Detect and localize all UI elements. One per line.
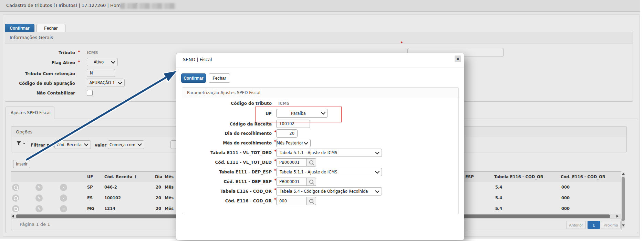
cell-cod-e116: 000 bbox=[561, 185, 570, 190]
view-row-button[interactable] bbox=[12, 184, 19, 191]
col-tabela-e116: Tabela E116 - COD_OR bbox=[494, 174, 543, 179]
modal-confirm-button[interactable]: Confirmar bbox=[181, 73, 206, 83]
scroll-up-icon[interactable] bbox=[622, 173, 625, 175]
delete-row-button[interactable]: × bbox=[60, 205, 67, 212]
tabela-e111-dep-label: Tabela E111 - DEP_ESP bbox=[193, 170, 272, 174]
app-root: Cadastro de tributos (TTributos) | 17.12… bbox=[0, 0, 644, 241]
chevron-down-icon bbox=[111, 59, 115, 64]
cell-mes: Mês bbox=[165, 195, 174, 200]
modal-close-button[interactable]: Fechar bbox=[209, 73, 230, 83]
delete-row-button[interactable]: × bbox=[60, 194, 67, 202]
flag-ativo-select[interactable]: Ativo bbox=[87, 58, 118, 66]
view-row-button[interactable] bbox=[12, 205, 19, 212]
cod-e116-label: Cód. E116 - COD_OR bbox=[193, 199, 272, 203]
tabela-e111-vl-label: Tabela E111 - VL_TOT_DED bbox=[193, 150, 272, 155]
edit-icon: ✎ bbox=[38, 185, 41, 190]
right-margin bbox=[640, 0, 644, 241]
current-page-button[interactable]: 1 bbox=[588, 221, 600, 229]
col-cod-e116: Cód. E116 - COD_OR bbox=[561, 174, 605, 179]
dia-recolhimento-label: Dia do recolhimento bbox=[193, 131, 272, 136]
view-row-button[interactable] bbox=[12, 194, 19, 202]
dia-recolhimento-input[interactable] bbox=[276, 129, 298, 138]
delete-icon: × bbox=[62, 185, 64, 190]
filter-icon[interactable] bbox=[17, 141, 22, 146]
insert-button[interactable]: Inserir bbox=[13, 160, 30, 168]
scroll-right-icon[interactable] bbox=[616, 215, 619, 218]
filter-caret-icon bbox=[23, 143, 25, 145]
modal-title: SEND | Fiscal bbox=[183, 57, 212, 62]
codigo-receita-label: Código da Receita bbox=[193, 122, 272, 127]
nao-contabilizar-label: Não Contabilizar bbox=[0, 91, 75, 96]
cod-e111-dep-label: Cód. E111 - DEP_ESP bbox=[193, 179, 272, 184]
cod-e116-input[interactable] bbox=[276, 197, 307, 205]
lookup-button[interactable] bbox=[307, 158, 316, 167]
delete-icon: × bbox=[62, 207, 64, 211]
tab-ajustes-sped-fiscal[interactable]: Ajustes SPED Fiscal bbox=[6, 107, 54, 119]
next-page-button[interactable]: Próxima bbox=[601, 221, 621, 229]
vertical-scrollbar-thumb[interactable] bbox=[622, 177, 625, 221]
tabela-e111-dep-select[interactable]: Tabela 5.1.1 - Ajuste de ICMS bbox=[276, 168, 382, 176]
chevron-down-icon bbox=[118, 80, 122, 84]
filter-field-select[interactable]: Cód. Receita bbox=[54, 140, 91, 149]
chevron-down-icon bbox=[304, 140, 308, 145]
cell-cod: 100102 bbox=[104, 195, 121, 200]
cell-mes: Mês bbox=[165, 206, 174, 211]
codigo-tributo-label: Código do tributo bbox=[193, 101, 272, 106]
cod-e111-dep-input[interactable] bbox=[276, 178, 307, 186]
codigo-tributo-value: ICMS bbox=[278, 101, 289, 106]
cell-tabela-e116: 5.4 bbox=[495, 206, 502, 211]
delete-row-button[interactable]: × bbox=[60, 184, 67, 191]
mes-recolhimento-select[interactable]: Mês Posterior bbox=[276, 139, 311, 147]
tributo-label: Tributo bbox=[0, 50, 75, 55]
general-info-title: Informações Gerais bbox=[10, 35, 53, 40]
mes-recolhimento-label: Mês do recolhimento bbox=[193, 141, 272, 145]
filtrar-por-label: Filtrar por bbox=[31, 143, 54, 148]
close-icon[interactable]: × bbox=[455, 56, 461, 62]
tabela-e116-select[interactable]: Tabela 5.4 - Códigos de Obrigação Recolh… bbox=[276, 187, 382, 195]
nao-contabilizar-checkbox[interactable] bbox=[87, 90, 93, 96]
cell-mes: Mês bbox=[165, 185, 174, 190]
retencao-input[interactable] bbox=[87, 69, 115, 77]
edit-row-button[interactable]: ✎ bbox=[35, 205, 43, 212]
scroll-left-icon[interactable] bbox=[12, 215, 14, 218]
cell-dia: 20 bbox=[152, 195, 161, 200]
cell-cod: 1214 bbox=[104, 206, 115, 211]
cell-cod-e116: 000 bbox=[561, 206, 570, 211]
chevron-down-icon bbox=[375, 189, 380, 193]
tabela-e111-vl-select[interactable]: Tabela 5.1.1 - Ajuste de ICMS bbox=[276, 149, 382, 157]
send-fiscal-modal: SEND | Fiscal × Confirmar Fechar Paramet… bbox=[176, 53, 464, 240]
page-info: Página 1 de 1 bbox=[20, 222, 50, 227]
filter-operator-select[interactable]: Começa com bbox=[108, 140, 144, 149]
prev-page-button[interactable]: Anterior bbox=[566, 221, 586, 229]
cod-e111-vl-label: Cód. E111 - VL_TOT_DED bbox=[193, 160, 272, 165]
search-icon bbox=[14, 207, 18, 211]
redacted-text bbox=[120, 3, 176, 9]
required-marker: * bbox=[78, 50, 80, 54]
sort-asc-icon: ↑ bbox=[134, 174, 137, 179]
tabela-e116-label: Tabela E116 - COD_OR bbox=[193, 189, 272, 194]
sped-section-title: Parametrização Ajustes SPED Fiscal bbox=[187, 90, 260, 95]
lookup-button[interactable] bbox=[307, 178, 316, 186]
edit-row-button[interactable]: ✎ bbox=[35, 194, 43, 202]
uf-highlight-box bbox=[255, 107, 342, 122]
search-icon bbox=[14, 196, 18, 200]
col-cod-receita[interactable]: Cód. Receita ↑ bbox=[104, 174, 137, 179]
chevron-down-icon bbox=[84, 142, 89, 146]
cell-tabela-e116: 5.4 bbox=[495, 185, 502, 190]
chevron-down-icon bbox=[137, 142, 142, 146]
modal-title-divider bbox=[176, 68, 464, 68]
sub-apuracao-select[interactable]: APURAÇÃO 1 bbox=[87, 79, 125, 87]
cod-e111-vl-input[interactable] bbox=[276, 158, 307, 167]
valor-label: valor bbox=[95, 143, 106, 148]
options-title: Opções bbox=[16, 129, 32, 134]
edit-icon: ✎ bbox=[38, 207, 41, 211]
cell-uf: SP bbox=[87, 185, 93, 190]
edit-row-button[interactable]: ✎ bbox=[35, 184, 43, 191]
delete-icon: × bbox=[62, 196, 64, 200]
lookup-button[interactable] bbox=[307, 197, 316, 205]
col-mes: Mês bbox=[165, 174, 174, 179]
cell-cod: 046-2 bbox=[104, 185, 117, 190]
sub-apuracao-label: Código de sub apuração bbox=[0, 81, 75, 86]
magnifier-icon bbox=[309, 199, 313, 203]
scroll-down-icon[interactable] bbox=[622, 224, 625, 227]
